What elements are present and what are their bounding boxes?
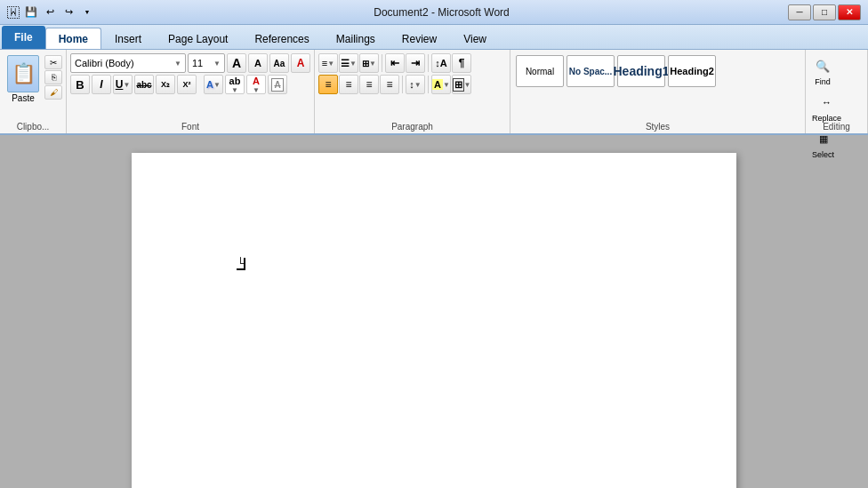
paste-label: Paste: [12, 93, 35, 103]
font-size-value: 11: [192, 58, 203, 68]
select-label: Select: [812, 150, 834, 159]
font-family-dropdown-arrow: ▼: [174, 60, 181, 68]
copy-button[interactable]: ⎘: [44, 70, 62, 84]
font-row1: Calibri (Body) ▼ 11 ▼ A A Aa A: [70, 53, 310, 73]
increase-indent-button[interactable]: ⇥: [406, 53, 425, 73]
font-color-dropdown-arrow: ▼: [253, 86, 260, 94]
decrease-indent-icon: ⇤: [390, 57, 399, 69]
qa-dropdown-button[interactable]: ▼: [79, 4, 95, 20]
line-spacing-dropdown-arrow: ▼: [414, 81, 422, 89]
title-bar: 🇼 💾 ↩ ↪ ▼ Document2 - Microsoft Word ─ □…: [0, 0, 868, 25]
italic-icon: I: [100, 78, 102, 91]
cut-icon: ✂: [50, 58, 57, 68]
paste-button[interactable]: 📋 Paste: [4, 53, 43, 105]
window-title: Document2 - Microsoft Word: [374, 6, 510, 19]
document-page[interactable]: └: [132, 153, 736, 488]
ribbon-group-styles: Normal No Spac... Heading1 Heading2 Styl…: [510, 50, 806, 133]
format-painter-button[interactable]: 🖌: [44, 85, 62, 100]
ribbon-group-font: Calibri (Body) ▼ 11 ▼ A A Aa A: [67, 50, 315, 133]
style-no-spacing[interactable]: No Spac...: [567, 55, 615, 87]
shading-dropdown-arrow: ▼: [443, 81, 450, 89]
strikethrough-button[interactable]: abc: [134, 75, 154, 94]
redo-button[interactable]: ↪: [60, 4, 76, 20]
decrease-indent-button[interactable]: ⇤: [385, 53, 405, 73]
format-painter-icon: 🖌: [50, 88, 58, 97]
multilevel-list-button[interactable]: ⊞ ▼: [359, 53, 379, 73]
font-row2: B I U ▼ abc X₂ X²: [70, 75, 287, 94]
text-effect-icon: A: [206, 79, 213, 90]
text-effect-dropdown-arrow: ▼: [213, 81, 221, 89]
replace-button[interactable]: ↔ Replace: [809, 90, 844, 124]
numbered-list-button[interactable]: ☰ ▼: [339, 53, 358, 73]
superscript-button[interactable]: X²: [177, 75, 197, 94]
highlight-icon: ab: [229, 76, 241, 86]
tab-mailings[interactable]: Mailings: [323, 28, 389, 49]
ribbon-tabs: File Home Insert Page Layout References …: [0, 25, 868, 50]
para-sep2: [428, 54, 429, 72]
ribbon-group-clipboard: 📋 Paste ✂ ⎘ 🖌 Clipbo...: [0, 50, 67, 133]
show-hide-icon: ¶: [459, 57, 465, 69]
font-group-label: Font: [67, 122, 314, 132]
para-sep1: [382, 54, 382, 72]
font-shrink-button[interactable]: A: [248, 53, 268, 73]
tab-review[interactable]: Review: [389, 28, 450, 49]
show-hide-button[interactable]: ¶: [452, 53, 471, 73]
tab-insert[interactable]: Insert: [101, 28, 155, 49]
borders-button[interactable]: ⊞ ▼: [452, 75, 471, 94]
bold-button[interactable]: B: [70, 75, 90, 94]
tab-home[interactable]: Home: [45, 28, 101, 49]
align-left-button[interactable]: ≡: [318, 75, 338, 94]
align-left-icon: ≡: [325, 78, 331, 91]
bullet-list-button[interactable]: ≡ ▼: [318, 53, 338, 73]
tab-view[interactable]: View: [450, 28, 500, 49]
shading-icon: A: [432, 79, 443, 90]
window-controls: ─ □ ✕: [788, 4, 861, 20]
italic-button[interactable]: I: [92, 75, 111, 94]
multilevel-dropdown-arrow: ▼: [369, 60, 376, 68]
font-size-select[interactable]: 11 ▼: [188, 53, 225, 73]
cut-button[interactable]: ✂: [44, 55, 62, 69]
maximize-button[interactable]: □: [813, 4, 836, 20]
close-button[interactable]: ✕: [838, 4, 861, 20]
underline-icon: U: [116, 78, 124, 91]
align-center-button[interactable]: ≡: [339, 75, 358, 94]
para-sep3: [402, 76, 403, 93]
tab-pagelayout[interactable]: Page Layout: [155, 28, 241, 49]
font-dialog-icon: A: [271, 78, 283, 92]
tab-references[interactable]: References: [241, 28, 322, 49]
align-right-icon: ≡: [366, 78, 372, 91]
find-label: Find: [815, 77, 831, 86]
minimize-button[interactable]: ─: [788, 4, 811, 20]
shading-button[interactable]: A ▼: [431, 75, 451, 94]
quick-access-toolbar: 💾 ↩ ↪ ▼: [23, 4, 95, 20]
word-icon: 🇼: [7, 5, 20, 20]
style-normal[interactable]: Normal: [516, 55, 564, 87]
clear-format-button[interactable]: A: [291, 53, 310, 73]
undo-button[interactable]: ↩: [42, 4, 58, 20]
font-family-select[interactable]: Calibri (Body) ▼: [70, 53, 186, 73]
font-grow-icon: A: [232, 56, 241, 70]
document-area[interactable]: └: [0, 135, 868, 488]
styles-group-label: Styles: [510, 122, 805, 132]
sort-button[interactable]: ↕A: [431, 53, 451, 73]
style-heading2[interactable]: Heading2: [668, 55, 716, 87]
tab-file[interactable]: File: [2, 26, 45, 49]
save-button[interactable]: 💾: [23, 4, 39, 20]
font-grow-button[interactable]: A: [227, 53, 246, 73]
font-color-button[interactable]: A ▼: [246, 75, 266, 94]
ribbon: 📋 Paste ✂ ⎘ 🖌 Clipbo... Calibri (Bo: [0, 50, 868, 135]
underline-button[interactable]: U ▼: [113, 75, 133, 94]
font-dialog-button[interactable]: A: [268, 75, 287, 94]
subscript-button[interactable]: X₂: [156, 75, 175, 94]
change-case-button[interactable]: Aa: [269, 53, 289, 73]
font-size-dropdown-arrow: ▼: [213, 60, 221, 68]
find-button[interactable]: 🔍 Find: [809, 53, 836, 88]
style-heading1[interactable]: Heading1: [617, 55, 665, 87]
text-effect-button[interactable]: A ▼: [204, 75, 223, 94]
justify-button[interactable]: ≡: [380, 75, 399, 94]
line-spacing-button[interactable]: ↕ ▼: [406, 75, 425, 94]
align-right-button[interactable]: ≡: [359, 75, 379, 94]
highlight-color-button[interactable]: ab ▼: [225, 75, 245, 94]
increase-indent-icon: ⇥: [411, 57, 420, 69]
align-center-icon: ≡: [345, 78, 351, 91]
